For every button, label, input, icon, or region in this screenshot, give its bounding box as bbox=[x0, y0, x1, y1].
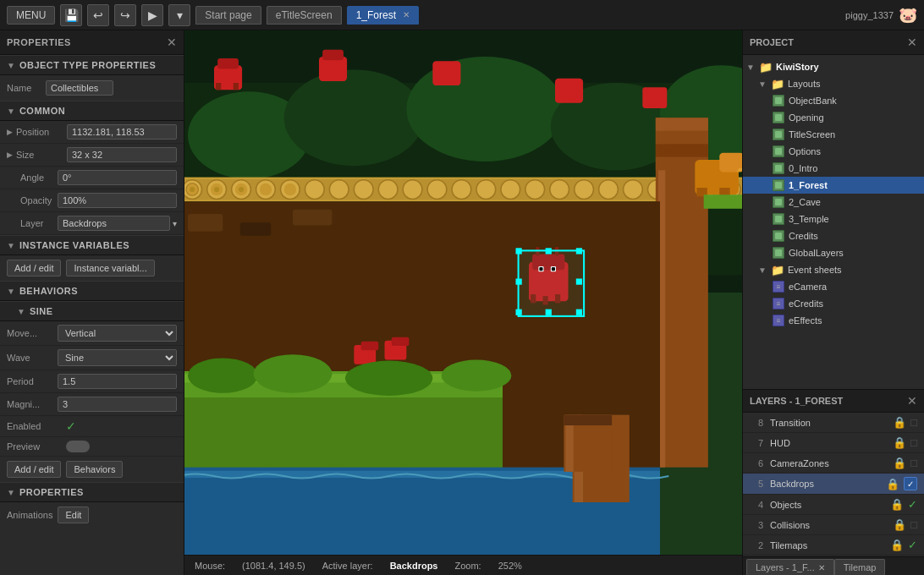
tilemap-bottom-tab[interactable]: Tilemap bbox=[834, 559, 886, 575]
temple-layout-icon bbox=[772, 212, 785, 226]
svg-rect-90 bbox=[546, 309, 552, 315]
layers-list: 8 Transition 🔒 □ 7 HUD 🔒 □ 6 CameraZones… bbox=[743, 413, 924, 556]
tree-titlescreen[interactable]: TitleScreen bbox=[743, 126, 924, 143]
mouse-value: (1081.4, 149.5) bbox=[242, 561, 305, 571]
tree-ecamera[interactable]: ≡ eCamera bbox=[743, 278, 924, 295]
game-canvas[interactable] bbox=[184, 30, 742, 555]
tab-forest[interactable]: 1_Forest ✕ bbox=[347, 6, 419, 25]
size-value[interactable]: 32 x 32 bbox=[67, 147, 177, 162]
preview-toggle[interactable] bbox=[66, 441, 90, 452]
layer-3-vis-icon[interactable]: □ bbox=[910, 518, 917, 531]
enabled-row: Enabled ✓ bbox=[0, 416, 184, 437]
angle-label: Angle bbox=[7, 172, 58, 183]
layer-4-lock-icon[interactable]: 🔒 bbox=[890, 498, 904, 511]
angle-row: Angle 0° bbox=[0, 167, 184, 189]
opacity-value[interactable]: 100% bbox=[58, 193, 177, 208]
project-close-icon[interactable]: ✕ bbox=[907, 36, 917, 49]
layer-dropdown-icon[interactable]: ▾ bbox=[173, 219, 177, 228]
svg-rect-103 bbox=[564, 415, 612, 425]
layer-5-lock-icon[interactable]: 🔒 bbox=[886, 478, 899, 490]
layer-hud[interactable]: 7 HUD 🔒 □ bbox=[743, 433, 924, 453]
section-instance-vars[interactable]: ▼ INSTANCE VARIABLES bbox=[0, 235, 184, 255]
layer-6-lock-icon[interactable]: 🔒 bbox=[893, 457, 906, 469]
period-value[interactable]: 1.5 bbox=[58, 374, 177, 389]
layers-close-icon[interactable]: ✕ bbox=[907, 394, 917, 408]
tree-options[interactable]: Options bbox=[743, 143, 924, 160]
name-value[interactable]: Collectibles bbox=[46, 80, 113, 96]
layer-4-vis-icon[interactable]: ✓ bbox=[908, 498, 917, 511]
svg-rect-89 bbox=[546, 248, 552, 254]
layer-value[interactable]: Backdrops bbox=[58, 216, 170, 231]
tree-objectbank[interactable]: ObjectBank bbox=[743, 92, 924, 109]
animations-edit-button[interactable]: Edit bbox=[58, 507, 89, 523]
angle-value[interactable]: 0° bbox=[58, 170, 177, 185]
layer-tilemaps[interactable]: 2 Tilemaps 🔒 ✓ bbox=[743, 535, 924, 556]
section-properties[interactable]: ▼ PROPERTIES bbox=[0, 482, 184, 502]
tree-eeffects[interactable]: ≡ eEffects bbox=[743, 312, 924, 329]
close-tab-icon[interactable]: ✕ bbox=[403, 10, 410, 19]
layer-7-lock-icon[interactable]: 🔒 bbox=[893, 436, 906, 449]
instance-vars-edit-button[interactable]: Instance variabl... bbox=[66, 260, 154, 277]
layer-3-lock-icon[interactable]: 🔒 bbox=[893, 518, 906, 531]
properties-close-icon[interactable]: ✕ bbox=[167, 36, 177, 49]
tree-1forest[interactable]: 1_Forest bbox=[743, 177, 924, 194]
section-sine[interactable]: ▼ SINE bbox=[0, 301, 184, 321]
layers-bottom-tab[interactable]: Layers - 1_F... ✕ bbox=[746, 559, 834, 575]
tree-3temple[interactable]: 3_Temple bbox=[743, 211, 924, 227]
magni-row: Magni... 3 bbox=[0, 393, 184, 416]
enabled-checkbox[interactable]: ✓ bbox=[66, 419, 76, 433]
move-select[interactable]: Vertical bbox=[58, 325, 177, 342]
mouse-label: Mouse: bbox=[195, 561, 225, 571]
position-value[interactable]: 1132.181, 118.53 bbox=[67, 124, 177, 140]
layers-tab-close-icon[interactable]: ✕ bbox=[818, 563, 825, 572]
layer-8-vis-icon[interactable]: □ bbox=[910, 416, 917, 429]
tree-root[interactable]: ▼ 📁 KiwiStory bbox=[743, 58, 924, 75]
layer-4-name: Objects bbox=[770, 500, 890, 510]
tree-globallayers[interactable]: GlobalLayers bbox=[743, 244, 924, 261]
svg-point-23 bbox=[305, 180, 324, 200]
tree-ecredits[interactable]: ≡ eCredits bbox=[743, 295, 924, 312]
properties-header: PROPERTIES ✕ bbox=[0, 30, 184, 55]
section-behaviors[interactable]: ▼ BEHAVIORS bbox=[0, 281, 184, 301]
tree-credits[interactable]: Credits bbox=[743, 227, 924, 244]
tree-2cave[interactable]: 2_Cave bbox=[743, 194, 924, 211]
play-options-button[interactable]: ▾ bbox=[168, 4, 190, 26]
section-common[interactable]: ▼ COMMON bbox=[0, 101, 184, 121]
redo-button[interactable]: ↪ bbox=[114, 4, 136, 26]
play-button[interactable]: ▶ bbox=[141, 4, 163, 26]
tab-etitle[interactable]: eTitleScreen bbox=[267, 6, 342, 25]
layer-8-lock-icon[interactable]: 🔒 bbox=[893, 416, 906, 429]
tree-0intro[interactable]: 0_Intro bbox=[743, 160, 924, 177]
layer-camerazones[interactable]: 6 CameraZones 🔒 □ bbox=[743, 453, 924, 474]
instance-vars-add-button[interactable]: Add / edit bbox=[7, 260, 61, 277]
tab-start[interactable]: Start page bbox=[195, 6, 261, 25]
tree-opening[interactable]: Opening bbox=[743, 109, 924, 126]
magni-value[interactable]: 3 bbox=[58, 397, 177, 412]
layer-backdrops[interactable]: 5 Backdrops 🔒 bbox=[743, 474, 924, 495]
layer-2-lock-icon[interactable]: 🔒 bbox=[890, 539, 904, 551]
svg-rect-84 bbox=[519, 250, 585, 316]
layer-5-vis-icon[interactable] bbox=[904, 477, 917, 490]
save-button[interactable]: 💾 bbox=[60, 4, 82, 26]
layer-transition[interactable]: 8 Transition 🔒 □ bbox=[743, 413, 924, 433]
layer-2-vis-icon[interactable]: ✓ bbox=[908, 539, 917, 551]
layer-6-vis-icon[interactable]: □ bbox=[910, 457, 917, 469]
behaviors-edit-button[interactable]: Behaviors bbox=[66, 461, 123, 478]
layer-7-vis-icon[interactable]: □ bbox=[910, 436, 917, 449]
layouts-folder-label: Layouts bbox=[788, 79, 821, 89]
tree-event-sheets-folder[interactable]: ▼ 📁 Event sheets bbox=[743, 261, 924, 278]
behaviors-add-button[interactable]: Add / edit bbox=[7, 461, 61, 478]
layer-objects[interactable]: 4 Objects 🔒 ✓ bbox=[743, 495, 924, 515]
position-arrow-icon: ▶ bbox=[7, 128, 13, 136]
game-scene-svg bbox=[184, 30, 742, 555]
layer-collisions[interactable]: 3 Collisions 🔒 □ bbox=[743, 515, 924, 535]
tree-layouts-folder[interactable]: ▼ 📁 Layouts bbox=[743, 75, 924, 92]
section-object-type[interactable]: ▼ OBJECT TYPE PROPERTIES bbox=[0, 55, 184, 75]
wave-select[interactable]: Sine bbox=[58, 349, 177, 366]
root-label: KiwiStory bbox=[776, 62, 819, 72]
svg-rect-92 bbox=[576, 278, 582, 284]
svg-point-31 bbox=[501, 180, 520, 200]
undo-button[interactable]: ↩ bbox=[87, 4, 109, 26]
menu-button[interactable]: MENU bbox=[7, 6, 55, 25]
layouts-arrow-icon: ▼ bbox=[758, 79, 768, 89]
